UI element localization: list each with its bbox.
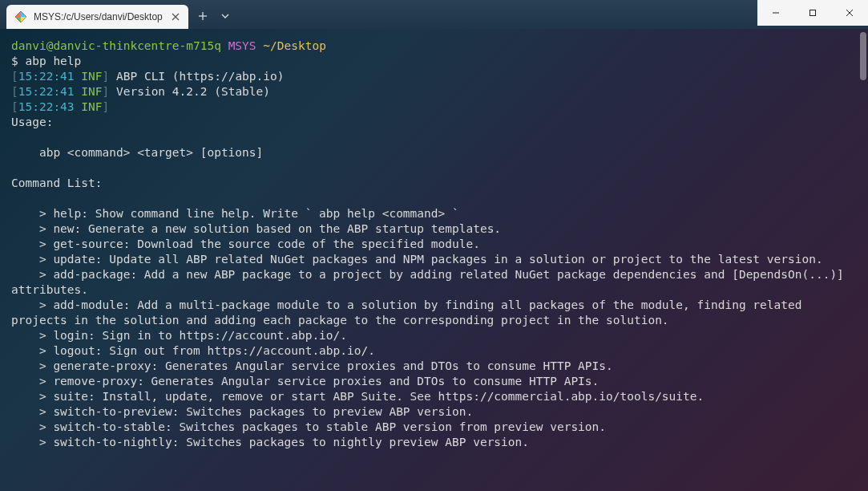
log-level-1: INF: [81, 70, 102, 83]
scrollbar-thumb[interactable]: [860, 32, 866, 80]
usage-line: abp <command> <target> [options]: [11, 146, 263, 159]
tab-dropdown-button[interactable]: [214, 5, 236, 27]
new-tab-button[interactable]: [192, 5, 214, 27]
cmd-new: > new: Generate a new solution based on …: [11, 222, 501, 235]
terminal-viewport[interactable]: danvi@danvic-thinkcentre-m715q MSYS ~/De…: [0, 29, 868, 491]
cmd-add-module: > add-module: Add a multi-package module…: [11, 298, 809, 327]
command-text: abp help: [25, 55, 81, 67]
cmd-logout: > logout: Sign out from https://account.…: [11, 344, 375, 357]
cmd-update: > update: Update all ABP related NuGet p…: [11, 253, 823, 266]
svg-marker-1: [21, 11, 26, 17]
cmd-get-source: > get-source: Download the source code o…: [11, 237, 480, 250]
svg-marker-2: [15, 11, 21, 17]
window-controls: [757, 0, 868, 26]
minimize-button[interactable]: [757, 0, 794, 26]
usage-header: Usage:: [11, 116, 53, 128]
prompt-symbol: $: [11, 55, 18, 67]
terminal-tab[interactable]: MSYS:/c/Users/danvi/Desktop: [6, 5, 188, 29]
prompt-user-host: danvi@danvic-thinkcentre-m715q: [11, 39, 221, 52]
close-window-button[interactable]: [831, 0, 868, 26]
cmd-generate-proxy: > generate-proxy: Generates Angular serv…: [11, 359, 613, 372]
cmd-add-package: > add-package: Add a new ABP package to …: [11, 268, 851, 296]
cmd-remove-proxy: > remove-proxy: Generates Angular servic…: [11, 375, 599, 388]
log-time-3: 15:22:43: [18, 100, 75, 113]
svg-marker-3: [15, 17, 21, 22]
log-level-3: INF: [81, 100, 102, 113]
terminal-content: danvi@danvic-thinkcentre-m715q MSYS ~/De…: [11, 39, 857, 450]
cmd-switch-to-stable: > switch-to-stable: Switches packages to…: [11, 420, 606, 433]
command-list-header: Command List:: [11, 177, 103, 189]
log-time-1: 15:22:41: [18, 70, 75, 83]
cmd-switch-to-preview: > switch-to-preview: Switches packages t…: [11, 405, 473, 418]
close-tab-icon[interactable]: [169, 10, 182, 23]
log-text-1: ABP CLI (https://abp.io): [109, 70, 284, 83]
cmd-switch-to-nightly: > switch-to-nightly: Switches packages t…: [11, 436, 529, 448]
cmd-suite: > suite: Install, update, remove or star…: [11, 390, 704, 403]
log-level-2: INF: [81, 85, 102, 98]
cmd-help: > help: Show command line help. Write ` …: [11, 207, 459, 220]
msys-diamond-icon: [14, 10, 27, 23]
window-titlebar: MSYS:/c/Users/danvi/Desktop: [0, 0, 868, 29]
log-time-2: 15:22:41: [18, 85, 75, 98]
maximize-button[interactable]: [794, 0, 831, 26]
svg-rect-10: [810, 10, 816, 16]
cmd-login: > login: Sign in to https://account.abp.…: [11, 329, 347, 342]
prompt-shell: MSYS: [228, 39, 256, 52]
tabs-area: MSYS:/c/Users/danvi/Desktop: [0, 0, 236, 29]
prompt-cwd: ~/Desktop: [263, 39, 326, 52]
tab-title: MSYS:/c/Users/danvi/Desktop: [34, 11, 163, 22]
svg-marker-4: [21, 17, 26, 22]
log-text-2: Version 4.2.2 (Stable): [109, 85, 270, 98]
